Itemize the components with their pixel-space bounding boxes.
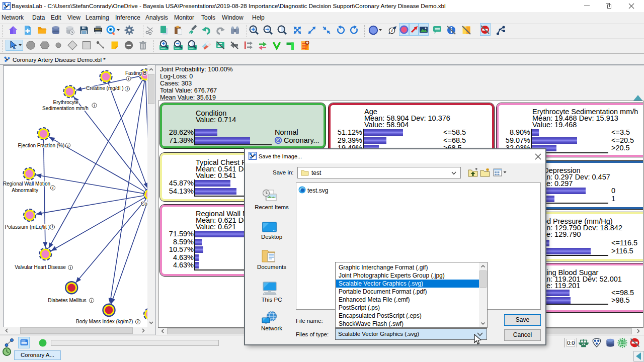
svg-text:Diabetes Mellitus: Diabetes Mellitus <box>48 298 86 303</box>
svg-text:Valvular Heart Disease: Valvular Heart Disease <box>15 264 66 270</box>
svg-text:Fasting B: Fasting B <box>125 70 147 76</box>
svg-text:Coronary A: Coronary A <box>141 201 147 207</box>
svg-text:Regional Wall Motion: Regional Wall Motion <box>4 181 50 187</box>
svg-text:Body Mass Index (kg/m2): Body Mass Index (kg/m2) <box>76 319 133 324</box>
svg-text:Potassium (mEq/lit ): Potassium (mEq/lit ) <box>5 224 50 230</box>
svg-text:Creatine (mg/dl ): Creatine (mg/dl ) <box>86 85 123 91</box>
svg-text:Abnormality: Abnormality <box>12 188 38 193</box>
svg-text:Ejection Fraction (%): Ejection Fraction (%) <box>18 143 65 148</box>
svg-text:Sedimentation mm/h: Sedimentation mm/h <box>42 106 89 111</box>
svg-text:Erythrocyte: Erythrocyte <box>53 100 79 105</box>
